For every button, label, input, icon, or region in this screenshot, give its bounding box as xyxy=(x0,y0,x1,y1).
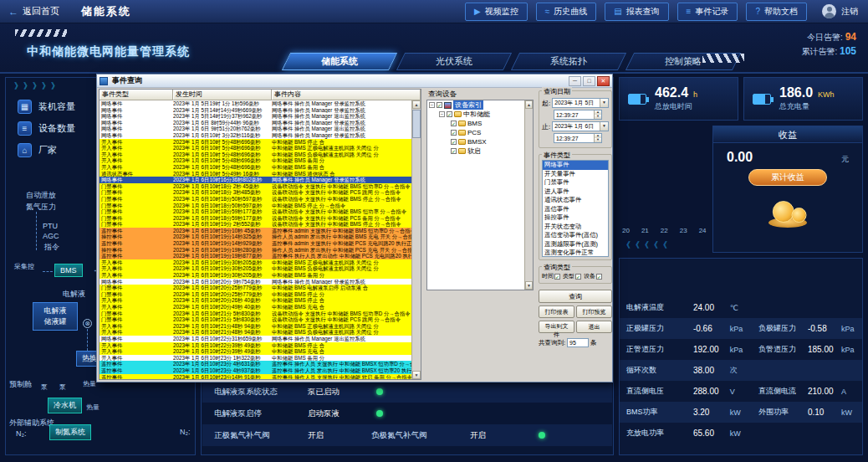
bms-box[interactable]: BMS xyxy=(54,264,83,277)
event-table-row[interactable]: 遥控事件 2023年 1月 6日10时19分10秒 45毫秒 遥控事件 admi… xyxy=(100,228,411,234)
to-date-select[interactable]: 2023年 1月 6日 xyxy=(552,121,609,131)
event-table-row[interactable]: 门禁事件 2023年 1月 6日10时21分 5秒830毫秒 设备联动指令 支援… xyxy=(100,311,411,317)
electrolyte-tank-box[interactable]: 电解液 储液罐 xyxy=(33,302,78,331)
sidebar-item-devices[interactable]: 设备数量 xyxy=(18,121,75,136)
maximize-button[interactable]: □ xyxy=(583,76,595,86)
tree-expander-icon[interactable]: − xyxy=(439,111,445,117)
event-type-option[interactable]: 开关量事件 xyxy=(543,170,608,179)
event-type-option[interactable]: 操控事件 xyxy=(543,213,608,223)
event-table-row[interactable]: 门禁事件 2023年 1月 6日10时19分 2秒552毫秒 设备联动指令 支援… xyxy=(100,221,411,228)
event-type-option[interactable]: 遥测越限事件(遥测) xyxy=(543,240,608,249)
column-header-time[interactable]: 发生时间 xyxy=(173,90,272,100)
dropdown-arrow-icon[interactable] xyxy=(600,122,608,131)
event-table-row[interactable]: 网络事件 2023年 1月 6日 9时51分20秒762毫秒 网络事件 操作员 … xyxy=(100,126,411,132)
export-button[interactable]: 导出到文件 xyxy=(539,321,574,333)
event-type-option[interactable]: 通讯状态事件 xyxy=(543,196,608,205)
scroll-up-icon[interactable]: ▲ xyxy=(525,100,533,109)
column-header-type[interactable]: 事件类型 xyxy=(100,90,173,100)
nav-video-button[interactable]: ▶ 视频监控 xyxy=(465,3,528,21)
event-table-row[interactable]: 网络事件 2023年 1月 6日10时20分 9秒754毫秒 网络事件 操作员 … xyxy=(100,279,411,285)
scroll-down-icon[interactable]: ▼ xyxy=(412,371,421,379)
event-table-row[interactable]: 门禁事件 2023年 1月 6日10时18分 2秒 45毫秒 设备联动指令 支援… xyxy=(100,183,411,190)
event-table-row[interactable]: 网络事件 2023年 1月 6日10时22分31秒659毫秒 网络事件 操作员 … xyxy=(100,336,411,342)
event-type-option[interactable]: 开关状态变动 xyxy=(543,223,608,232)
event-table-row[interactable]: 开入事件 2023年 1月 6日10时21分48秒 94毫秒 中和储能 BMS … xyxy=(100,329,411,336)
event-table-row[interactable]: 开入事件 2023年 1月 6日10时22分39秒 49毫秒 中和储能 BMS … xyxy=(100,348,411,355)
checkbox-icon[interactable] xyxy=(575,274,581,280)
close-button[interactable]: ✕ xyxy=(597,76,610,86)
event-table-row[interactable]: 遥控事件 2023年 1月 6日10时23分14秒 91毫秒 遥控事件 操作人员… xyxy=(100,374,411,379)
nav-report-query-button[interactable]: ▤ 报表查询 xyxy=(605,3,668,21)
tree-node-device[interactable]: PCS xyxy=(427,128,533,137)
tree-checkbox-icon[interactable] xyxy=(447,111,452,117)
event-table-row[interactable]: 通讯状态事件 2023年 1月 6日10时 5分49秒 16毫秒 中和储能 BM… xyxy=(100,171,411,177)
event-table-row[interactable]: 网络事件 2023年 1月 6日 8时59分44秒 96毫秒 网络事件 操作员 … xyxy=(100,120,411,126)
scroll-thumb[interactable] xyxy=(412,110,421,138)
tree-node-group[interactable]: − 中和储能 xyxy=(427,110,533,119)
event-type-option[interactable]: 遥信事件 xyxy=(543,205,608,214)
back-home-button[interactable]: ← 返回首页 xyxy=(8,5,59,18)
event-table-row[interactable]: 门禁事件 2023年 1月 6日10时18分 3秒485毫秒 设备联动指令 支援… xyxy=(100,189,411,196)
spinner-down-icon[interactable] xyxy=(595,115,601,119)
tree-node-device[interactable]: 软启 xyxy=(427,146,533,156)
event-table-row[interactable]: 遥控事件 2023年 1月 6日10时19分14秒929毫秒 遥控事件 admi… xyxy=(100,240,411,247)
tree-checkbox-icon[interactable] xyxy=(451,121,457,126)
nav-help-doc-button[interactable]: ? 帮助文档 xyxy=(746,3,807,21)
checkbox-icon[interactable] xyxy=(554,274,560,280)
event-table-row[interactable]: 网络事件 2023年 1月 5日14时14分49秒669毫秒 网络事件 操作员 … xyxy=(100,107,411,114)
device-tree-scrollbar[interactable]: ▲ ▼ xyxy=(524,100,533,290)
dropdown-arrow-icon[interactable] xyxy=(600,99,608,107)
event-table-row[interactable]: 开入事件 2023年 1月 6日10时20分26秒 40毫秒 中和储能 BMS … xyxy=(100,297,411,304)
event-type-option[interactable]: 遥测变化事件正常 xyxy=(543,249,608,257)
query-type-check[interactable]: 设备 xyxy=(584,272,602,280)
event-table-row[interactable]: 开入事件 2023年 1月 6日10时 5分48秒696毫秒 中和储能 BMS … xyxy=(100,139,411,146)
event-table-row[interactable]: 开入事件 2023年 1月 6日10时 5分48秒696毫秒 中和储能 BMS … xyxy=(100,151,411,158)
event-table-row[interactable]: 门禁事件 2023年 1月 6日10时20分25秒779毫秒 中和储能 BMS … xyxy=(100,285,411,291)
event-type-option[interactable]: 门禁事件 xyxy=(543,178,608,187)
accumulated-revenue-button[interactable]: 累计收益 xyxy=(748,169,827,186)
event-table-row[interactable]: 开入事件 2023年 1月 6日10时19分30秒205毫秒 中和储能 BMS … xyxy=(100,259,411,266)
event-table-row[interactable]: 门禁事件 2023年 1月 6日10时21分 5秒830毫秒 设备联动指令 支援… xyxy=(100,316,411,323)
event-table-row[interactable]: 开入事件 2023年 1月 6日10时22分39秒 49毫秒 中和储能 BMS … xyxy=(100,342,411,349)
tree-node-root[interactable]: − 设备索引 xyxy=(427,100,533,110)
print-preview-button[interactable]: 打印预览 xyxy=(576,305,612,318)
event-table-row[interactable]: 开入事件 2023年 1月 6日10时20分49秒 40毫秒 中和储能 BMS … xyxy=(100,304,411,311)
nav-event-record-button[interactable]: ≡ 事件记录 xyxy=(677,3,738,21)
event-table-row[interactable]: 门禁事件 2023年 1月 6日10时18分59秒177毫秒 设备联动指令 支援… xyxy=(100,215,411,222)
event-table-row[interactable]: 网络事件 2023年 1月 6日10时 3分32秒116毫秒 网络事件 操作员 … xyxy=(100,132,411,139)
main-tab[interactable]: 光伏系统 xyxy=(396,53,512,70)
column-header-content[interactable]: 事件内容 xyxy=(272,90,421,100)
event-table-row[interactable]: 操控事件 2023年 1月 6日10时19分19秒280毫秒 操作人员 admi… xyxy=(100,247,411,254)
main-tab[interactable]: 系统拓扑 xyxy=(511,53,626,70)
event-table-row[interactable]: 开入事件 2023年 1月 6日10时19分30秒205毫秒 中和储能 BMS … xyxy=(100,272,411,279)
event-type-option[interactable]: 进人事件 xyxy=(543,187,608,197)
sidebar-item-factory[interactable]: 厂家 xyxy=(18,143,57,157)
query-type-check[interactable]: 时间 xyxy=(542,272,560,280)
main-tab[interactable]: 储能系统 xyxy=(282,53,397,70)
event-table-row[interactable]: 遥控事件 2023年 1月 6日10时19分19秒877毫秒 遥控事件 执行人员… xyxy=(100,253,411,259)
from-time-spinner[interactable]: 12:39:27 xyxy=(554,110,602,120)
event-table-row[interactable]: 门禁事件 2023年 1月 6日10时18分50秒597毫秒 设备联动指令 支援… xyxy=(100,196,411,203)
event-type-option[interactable]: 遥信变动事件(遥信) xyxy=(543,231,608,240)
spinner-down-icon[interactable] xyxy=(595,138,601,142)
event-table-row[interactable]: 网络事件 2023年 1月 5日14时19分37秒962毫秒 网络事件 操作员 … xyxy=(100,113,411,120)
event-table-row[interactable]: 开入事件 2023年 1月 6日10时 5分48秒696毫秒 中和储能 BMS … xyxy=(100,157,411,164)
tree-checkbox-icon[interactable] xyxy=(437,102,442,108)
event-table-row[interactable]: 门禁事件 2023年 1月 6日10时20分25秒779毫秒 中和储能 BMS … xyxy=(100,291,411,298)
event-table-row[interactable]: 门禁事件 2023年 1月 6日10时18分59秒177毫秒 设备联动指令 支援… xyxy=(100,208,411,215)
tree-checkbox-icon[interactable] xyxy=(451,130,457,136)
nitrogen-system-box[interactable]: 制氮系统 xyxy=(49,424,91,440)
event-table-row[interactable]: 网络事件 2023年 1月 6日10时16分36秒802毫秒 网络事件 操作员 … xyxy=(100,177,411,183)
tree-checkbox-icon[interactable] xyxy=(451,139,457,145)
scroll-down-icon[interactable]: ▼ xyxy=(525,281,533,290)
chiller-box[interactable]: 冷水机 xyxy=(48,398,82,413)
event-table-row[interactable]: 开入事件 2023年 1月 6日10时19分30秒205毫秒 中和储能 BMS … xyxy=(100,265,411,272)
event-table-row[interactable]: 操控事件 2023年 1月 6日10时19分14秒325毫秒 操作人员 admi… xyxy=(100,234,411,240)
event-table-row[interactable]: 遥控事件 2023年 1月 6日10时23分 4秒937毫秒 遥控事件 操作人员… xyxy=(100,367,411,374)
event-table-row[interactable]: 开入事件 2023年 1月 6日10时23分 1秒322毫秒 中和储能 BMS … xyxy=(100,355,411,362)
minimize-button[interactable]: ─ xyxy=(569,76,581,86)
event-table-row[interactable]: 遥控事件 2023年 1月 6日10时23分 4秒631毫秒 遥控事件 操作人员… xyxy=(100,361,411,367)
event-table-row[interactable]: 网络事件 2023年 1月 5日19时 1分 1秒596毫秒 网络事件 操作员 … xyxy=(100,100,411,107)
tree-checkbox-icon[interactable] xyxy=(451,148,457,154)
tree-node-device[interactable]: BMSX xyxy=(427,137,533,146)
